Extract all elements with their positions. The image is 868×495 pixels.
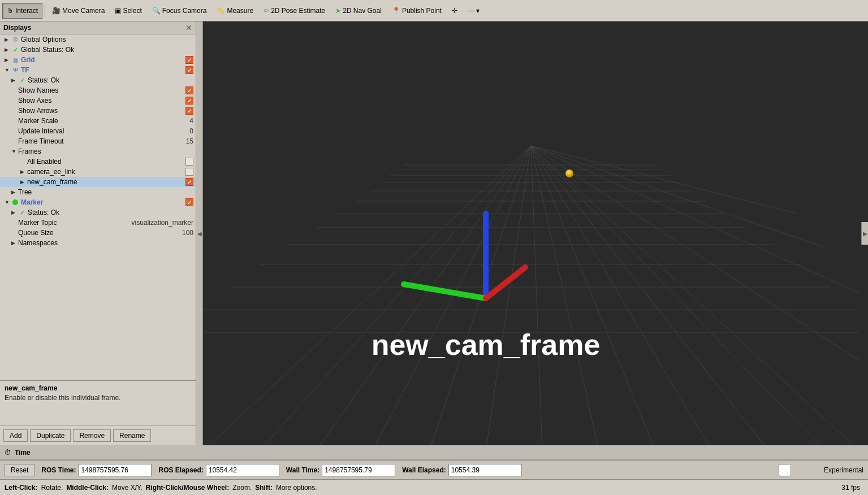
collapse-handle[interactable]: ◀ bbox=[196, 21, 203, 445]
show-axes-checkbox[interactable] bbox=[185, 97, 193, 105]
tree-item-frame-timeout[interactable]: ▶ Frame Timeout 15 bbox=[0, 136, 196, 146]
publish-point-icon: 📍 bbox=[392, 7, 400, 15]
ros-elapsed-label: ROS Elapsed: bbox=[158, 466, 203, 474]
select-icon: ▣ bbox=[115, 7, 121, 15]
svg-line-23 bbox=[531, 146, 768, 445]
tree-item-marker[interactable]: ▼ Marker bbox=[0, 197, 196, 207]
pose-estimate-button[interactable]: ✏ 2D Pose Estimate bbox=[259, 3, 330, 19]
interact-icon: 🖱 bbox=[7, 7, 14, 15]
check-green-icon: ✓ bbox=[11, 46, 19, 54]
expand-frames-icon[interactable]: ▼ bbox=[11, 149, 18, 154]
show-names-label: Show Names bbox=[18, 86, 185, 94]
viewport[interactable]: new_cam_frame ▶ bbox=[203, 21, 868, 445]
marker-checkbox[interactable] bbox=[185, 198, 193, 206]
tree-item-tree[interactable]: ▶ Tree bbox=[0, 187, 196, 197]
camera-ee-link-checkbox[interactable] bbox=[185, 168, 193, 176]
buttons-panel: Add Duplicate Remove Rename bbox=[0, 426, 196, 445]
wall-time-input[interactable] bbox=[322, 464, 395, 476]
tree-item-update-interval[interactable]: ▶ Update Interval 0 bbox=[0, 126, 196, 136]
reset-button[interactable]: Reset bbox=[5, 464, 34, 476]
time-panel-title: Time bbox=[15, 449, 31, 457]
wall-elapsed-input[interactable] bbox=[448, 464, 522, 476]
grid-icon: ▦ bbox=[11, 56, 19, 64]
middle-click-text: Move X/Y. bbox=[112, 484, 142, 492]
expand-marker-icon[interactable]: ▼ bbox=[5, 199, 11, 205]
tree-item-marker-topic[interactable]: ▶ Marker Topic visualization_marker bbox=[0, 218, 196, 228]
left-click-label: Left-Click: bbox=[5, 484, 38, 492]
displays-close-button[interactable]: ✕ bbox=[185, 23, 192, 32]
tree-item-show-arrows[interactable]: ▶ Show Arrows bbox=[0, 106, 196, 116]
grid-label: Grid bbox=[21, 56, 185, 64]
tree-item-show-names[interactable]: ▶ Show Names bbox=[0, 85, 196, 95]
tf-icon: Ψ bbox=[11, 66, 19, 74]
svg-line-22 bbox=[531, 146, 712, 445]
grid-checkbox[interactable] bbox=[185, 56, 193, 64]
grid-canvas: new_cam_frame bbox=[203, 21, 868, 445]
clock-icon: ⏱ bbox=[5, 449, 11, 457]
tree-item-grid[interactable]: ▶ ▦ Grid bbox=[0, 55, 196, 65]
tree-item-queue-size[interactable]: ▶ Queue Size 100 bbox=[0, 228, 196, 238]
tree-item-show-axes[interactable]: ▶ Show Axes bbox=[0, 95, 196, 106]
nav-goal-icon: ➤ bbox=[335, 7, 341, 15]
namespaces-label: Namespaces bbox=[18, 239, 193, 247]
expand-global-status-icon[interactable]: ▶ bbox=[5, 47, 11, 53]
show-arrows-checkbox[interactable] bbox=[185, 107, 193, 115]
ros-time-input[interactable] bbox=[78, 464, 152, 476]
expand-namespaces-icon[interactable]: ▶ bbox=[11, 240, 18, 246]
tf-checkbox[interactable] bbox=[185, 66, 193, 74]
svg-line-29 bbox=[531, 146, 797, 214]
marker-status-check-icon: ✓ bbox=[18, 209, 26, 216]
rename-button[interactable]: Rename bbox=[113, 429, 151, 442]
remove-button[interactable]: Remove bbox=[73, 429, 111, 442]
experimental-checkbox[interactable] bbox=[748, 464, 822, 476]
measure-label: Measure bbox=[227, 7, 253, 15]
info-bar: Left-Click: Rotate. Middle-Click: Move X… bbox=[0, 479, 868, 495]
right-panel-collapse[interactable]: ▶ bbox=[861, 222, 868, 245]
show-names-checkbox[interactable] bbox=[185, 86, 193, 94]
add-point-button[interactable]: ✛ bbox=[447, 3, 462, 19]
tree-item-camera-ee-link[interactable]: ▶ camera_ee_link bbox=[0, 167, 196, 177]
tree-item-marker-status[interactable]: ▶ ✓ Status: Ok bbox=[0, 207, 196, 218]
tree-item-new-cam-frame[interactable]: ▶ new_cam_frame bbox=[0, 177, 196, 187]
expand-global-options-icon[interactable]: ▶ bbox=[5, 37, 11, 42]
expand-camera-ee-icon[interactable]: ▶ bbox=[20, 169, 27, 175]
description-title: new_cam_frame bbox=[5, 384, 191, 392]
expand-tree-icon[interactable]: ▶ bbox=[11, 189, 18, 195]
focus-camera-button[interactable]: 🔍 Focus Camera bbox=[148, 3, 211, 19]
publish-point-button[interactable]: 📍 Publish Point bbox=[387, 3, 446, 19]
pose-estimate-label: 2D Pose Estimate bbox=[271, 7, 325, 15]
measure-button[interactable]: 📏 Measure bbox=[212, 3, 258, 19]
dropdown-arrow-icon: ▾ bbox=[476, 7, 480, 15]
select-button[interactable]: ▣ Select bbox=[110, 3, 146, 19]
left-panel: Displays ✕ ▶ ⚙ Global Options ▶ ✓ Global… bbox=[0, 21, 196, 445]
interact-button[interactable]: 🖱 Interact bbox=[2, 3, 42, 19]
middle-click-label: Middle-Click: bbox=[66, 484, 109, 492]
nav-goal-button[interactable]: ➤ 2D Nav Goal bbox=[331, 3, 386, 19]
tree-item-marker-scale[interactable]: ▶ Marker Scale 4 bbox=[0, 116, 196, 126]
ros-elapsed-input[interactable] bbox=[206, 464, 279, 476]
all-enabled-checkbox[interactable] bbox=[185, 158, 193, 166]
new-cam-frame-checkbox[interactable] bbox=[185, 178, 193, 186]
tree-item-frames[interactable]: ▼ Frames bbox=[0, 146, 196, 157]
shift-label: Shift: bbox=[255, 484, 273, 492]
extra-button[interactable]: — ▾ bbox=[463, 3, 484, 19]
tree-item-global-options[interactable]: ▶ ⚙ Global Options bbox=[0, 34, 196, 45]
tree-item-tf[interactable]: ▼ Ψ TF bbox=[0, 65, 196, 75]
expand-grid-icon[interactable]: ▶ bbox=[5, 57, 11, 63]
expand-new-cam-icon[interactable]: ▶ bbox=[20, 179, 27, 185]
expand-tf-icon[interactable]: ▼ bbox=[5, 67, 11, 73]
tree-item-all-enabled[interactable]: ▶ All Enabled bbox=[0, 157, 196, 167]
ros-time-group: ROS Time: bbox=[41, 464, 152, 476]
svg-line-27 bbox=[531, 146, 859, 293]
duplicate-button[interactable]: Duplicate bbox=[30, 429, 71, 442]
tree-item-tf-status[interactable]: ▶ ✓ Status: Ok bbox=[0, 75, 196, 85]
move-camera-button[interactable]: 🎥 Move Camera bbox=[47, 3, 109, 19]
select-label: Select bbox=[123, 7, 141, 15]
add-button[interactable]: Add bbox=[3, 429, 28, 442]
minus-icon: — bbox=[468, 7, 474, 15]
expand-tf-status-icon[interactable]: ▶ bbox=[11, 77, 18, 83]
tree-item-global-status[interactable]: ▶ ✓ Global Status: Ok bbox=[0, 45, 196, 55]
svg-line-21 bbox=[531, 146, 655, 445]
tree-item-namespaces[interactable]: ▶ Namespaces bbox=[0, 238, 196, 248]
expand-marker-status-icon[interactable]: ▶ bbox=[11, 210, 18, 215]
